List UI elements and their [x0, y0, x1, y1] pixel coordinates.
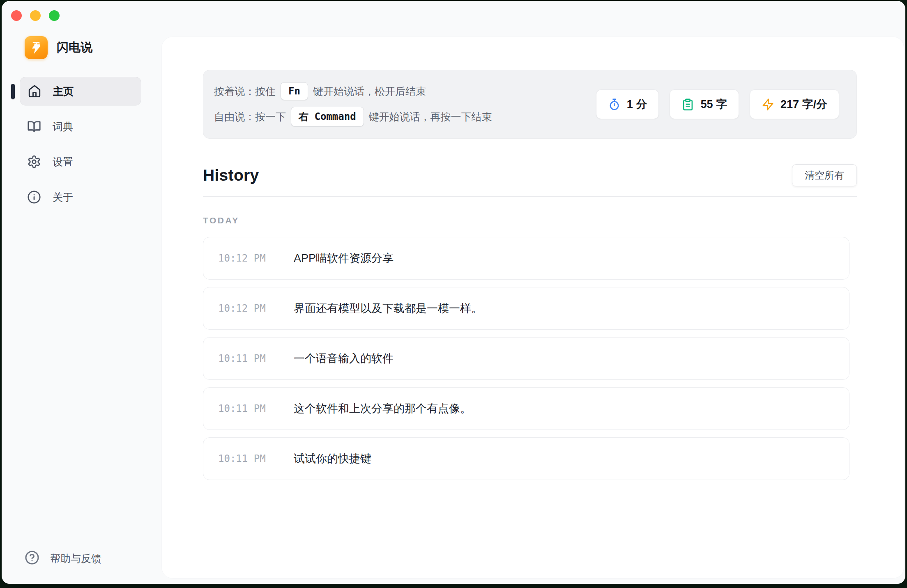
history-item-time: 10:11 PM: [218, 403, 281, 414]
hotkey-lines: 按着说：按住 Fn 键开始说话，松开后结束 自由说：按一下 右 Command …: [214, 82, 492, 126]
fn-keycap: Fn: [281, 82, 308, 100]
history-item-time: 10:12 PM: [218, 303, 281, 314]
stopwatch-icon: [608, 98, 621, 111]
hotkey-line-hold: 按着说：按住 Fn 键开始说话，松开后结束: [214, 82, 492, 100]
history-item-text: 这个软件和上次分享的那个有点像。: [294, 401, 471, 416]
stat-duration: 1 分: [596, 90, 659, 119]
book-icon: [27, 119, 41, 133]
hotkey-prefix: 按着说：按住: [214, 85, 276, 98]
sidebar-item-label: 主页: [53, 85, 74, 98]
stat-speed: 217 字/分: [750, 90, 839, 119]
history-item-time: 10:11 PM: [218, 353, 281, 364]
stat-speed-value: 217 字/分: [780, 97, 827, 112]
hotkey-line-toggle: 自由说：按一下 右 Command 键开始说话，再按一下结束: [214, 107, 492, 126]
help-feedback-link[interactable]: 帮助与反馈: [25, 550, 101, 567]
active-indicator: [11, 84, 15, 99]
stats-group: 1 分 55 字: [596, 90, 839, 119]
hotkey-instruction-box: 按着说：按住 Fn 键开始说话，松开后结束 自由说：按一下 右 Command …: [203, 70, 857, 139]
sidebar: 闪电说 主页: [2, 1, 162, 584]
sidebar-item-dictionary[interactable]: 词典: [20, 112, 141, 141]
history-item-text: 试试你的快捷键: [294, 451, 371, 466]
app-title: 闪电说: [57, 39, 92, 56]
sidebar-item-label: 设置: [53, 155, 73, 169]
clear-all-button[interactable]: 清空所有: [792, 164, 857, 186]
help-feedback-label: 帮助与反馈: [50, 552, 101, 565]
app-window: 闪电说 主页: [2, 1, 905, 584]
history-item[interactable]: 10:11 PM 试试你的快捷键: [203, 437, 849, 480]
screen: 闪电说 主页: [0, 0, 907, 588]
sidebar-item-home[interactable]: 主页: [20, 77, 141, 106]
history-group-label: TODAY: [203, 216, 857, 225]
history-item-text: 界面还有模型以及下载都是一模一样。: [294, 301, 482, 316]
history-item[interactable]: 10:11 PM 这个软件和上次分享的那个有点像。: [203, 387, 849, 430]
info-icon: [27, 190, 41, 204]
hotkey-prefix: 自由说：按一下: [214, 110, 286, 124]
app-logo-icon: [25, 36, 48, 59]
history-item-time: 10:12 PM: [218, 253, 281, 264]
lightning-icon: [762, 98, 774, 111]
history-list: 10:12 PM APP喵软件资源分享 10:12 PM 界面还有模型以及下载都…: [203, 237, 857, 480]
header-divider: [203, 196, 857, 197]
hotkey-suffix: 键开始说话，松开后结束: [313, 85, 426, 98]
hotkey-suffix: 键开始说话，再按一下结束: [369, 110, 492, 124]
history-item[interactable]: 10:12 PM 界面还有模型以及下载都是一模一样。: [203, 287, 849, 330]
history-title: History: [203, 166, 259, 184]
gear-icon: [27, 155, 41, 169]
history-item-text: APP喵软件资源分享: [294, 251, 394, 266]
sidebar-nav: 主页 词典: [20, 77, 141, 218]
history-item-time: 10:11 PM: [218, 453, 281, 464]
clipboard-icon: [681, 98, 694, 111]
history-item[interactable]: 10:11 PM 一个语音输入的软件: [203, 337, 849, 380]
question-icon: [25, 550, 39, 567]
sidebar-item-label: 关于: [53, 191, 73, 204]
main-panel: 按着说：按住 Fn 键开始说话，松开后结束 自由说：按一下 右 Command …: [162, 37, 904, 578]
right-command-keycap: 右 Command: [291, 107, 364, 126]
home-icon: [28, 84, 41, 98]
history-item[interactable]: 10:12 PM APP喵软件资源分享: [203, 237, 849, 280]
sidebar-item-about[interactable]: 关于: [20, 183, 141, 211]
stat-duration-value: 1 分: [627, 97, 647, 112]
history-header: History 清空所有: [203, 164, 857, 186]
history-item-text: 一个语音输入的软件: [294, 351, 394, 366]
app-brand: 闪电说: [25, 36, 92, 59]
stat-word-count: 55 字: [670, 90, 739, 119]
stat-word-count-value: 55 字: [700, 97, 727, 112]
sidebar-item-label: 词典: [53, 120, 73, 133]
sidebar-item-settings[interactable]: 设置: [20, 147, 141, 176]
